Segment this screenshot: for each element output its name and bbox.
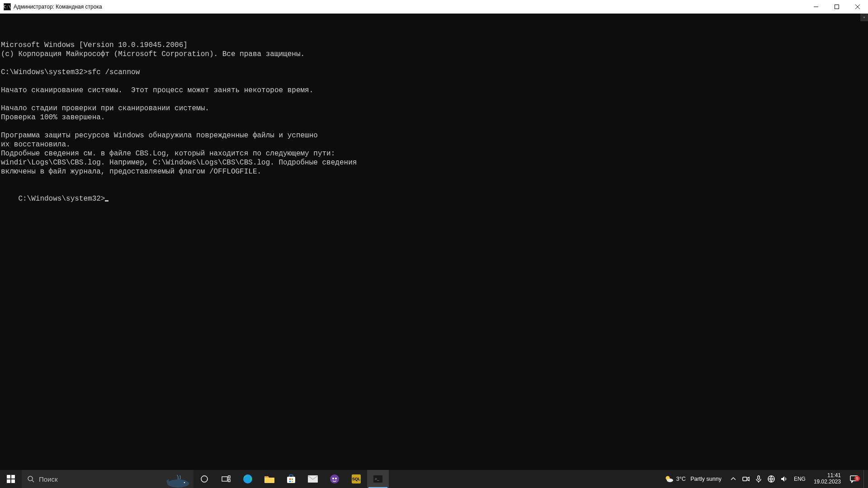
svg-rect-15	[228, 479, 230, 482]
svg-rect-4	[7, 475, 10, 479]
task-view-button[interactable]	[215, 470, 237, 488]
taskbar: Поиск	[0, 470, 868, 488]
tray-clock[interactable]: 11:41 19.02.2023	[810, 473, 844, 485]
mail-icon	[307, 474, 318, 484]
svg-rect-33	[758, 476, 760, 479]
terminal-line	[1, 77, 867, 86]
circle-icon	[199, 474, 210, 484]
tray-meet-now-icon[interactable]	[741, 470, 751, 488]
scrollbar-up-icon[interactable]: ▴	[860, 14, 868, 21]
terminal-output[interactable]: ▴ Microsoft Windows [Version 10.0.19045.…	[0, 14, 868, 474]
tray-language[interactable]: ENG	[791, 476, 808, 482]
svg-point-12	[201, 476, 208, 482]
terminal-line: Программа защиты ресурсов Windows обнару…	[1, 131, 867, 140]
terminal-line	[1, 122, 867, 131]
terminal-line	[1, 95, 867, 104]
svg-point-8	[28, 476, 33, 481]
cmd-window: C:\ Администратор: Командная строка ▴ Mi…	[0, 0, 868, 474]
svg-point-25	[335, 478, 337, 479]
taskbar-app-cmd[interactable]: >_	[367, 470, 389, 488]
weather-temp: 3°C	[676, 476, 686, 482]
svg-point-24	[332, 478, 334, 479]
svg-point-10	[167, 479, 189, 488]
terminal-line: их восстановила.	[1, 140, 867, 149]
cursor	[105, 200, 108, 202]
svg-rect-14	[228, 476, 230, 478]
terminal-line: Проверка 100% завершена.	[1, 113, 867, 122]
svg-rect-1	[835, 5, 839, 9]
svg-point-23	[330, 474, 339, 483]
clock-time: 11:41	[827, 473, 841, 479]
svg-rect-32	[743, 477, 747, 481]
svg-point-31	[667, 479, 673, 482]
tray-overflow-button[interactable]	[728, 470, 739, 488]
taskbar-search[interactable]: Поиск	[22, 470, 193, 488]
terminal-line	[1, 59, 867, 68]
svg-rect-5	[11, 475, 15, 479]
svg-rect-6	[7, 479, 10, 483]
window-title: Администратор: Командная строка	[14, 4, 102, 10]
svg-text:>_: >_	[375, 477, 379, 481]
terminal-line: Начало стадии проверки при сканировании …	[1, 104, 867, 113]
svg-line-9	[32, 480, 34, 482]
copilot-icon	[329, 474, 340, 484]
maximize-button[interactable]	[826, 0, 847, 14]
weather-icon	[665, 474, 674, 483]
terminal-line: Подробные сведения см. в файле CBS.Log, …	[1, 149, 867, 158]
taskbar-app-explorer[interactable]	[259, 470, 280, 488]
taskbar-app-edge[interactable]	[237, 470, 259, 488]
svg-rect-21	[292, 481, 293, 482]
store-icon	[286, 474, 297, 484]
titlebar[interactable]: C:\ Администратор: Командная строка	[0, 0, 868, 14]
system-tray: 3°C Partly sunny ENG 11:41 19.02.2023	[660, 470, 868, 488]
svg-text:SQL: SQL	[352, 477, 361, 481]
svg-rect-22	[308, 475, 318, 483]
svg-rect-18	[289, 479, 291, 480]
folder-icon	[264, 474, 275, 484]
terminal-line: (c) Корпорация Майкрософт (Microsoft Cor…	[1, 50, 867, 59]
terminal-icon: >_	[373, 474, 383, 484]
taskbar-app-sql[interactable]: SQL	[345, 470, 367, 488]
notification-badge: 5	[854, 476, 860, 481]
svg-rect-20	[289, 481, 291, 482]
terminal-line: C:\Windows\system32>sfc /scannow	[1, 68, 867, 77]
minimize-button[interactable]	[806, 0, 826, 14]
svg-rect-7	[11, 479, 15, 483]
search-icon	[27, 475, 34, 483]
terminal-line: windir\Logs\CBS\CBS.log. Например, C:\Wi…	[1, 158, 867, 167]
terminal-line: включены в файл журнала, предоставляемый…	[1, 167, 867, 176]
svg-point-11	[184, 482, 185, 483]
terminal-line	[1, 176, 867, 185]
taskbar-app-copilot[interactable]	[324, 470, 345, 488]
close-button[interactable]	[847, 0, 868, 14]
start-button[interactable]	[0, 470, 22, 488]
cmd-icon: C:\	[4, 3, 11, 10]
edge-icon	[242, 474, 253, 484]
taskbar-app-store[interactable]	[280, 470, 302, 488]
action-center-button[interactable]: 5	[846, 475, 862, 483]
tray-microphone-icon[interactable]	[753, 470, 764, 488]
svg-rect-13	[222, 477, 227, 481]
svg-rect-19	[292, 479, 293, 480]
search-illustration-icon	[165, 472, 192, 488]
tray-volume-icon[interactable]	[778, 470, 789, 488]
cortana-button[interactable]	[193, 470, 215, 488]
taskbar-app-mail[interactable]	[302, 470, 324, 488]
terminal-line: Microsoft Windows [Version 10.0.19045.20…	[1, 41, 867, 50]
tray-network-icon[interactable]	[766, 470, 777, 488]
weather-desc: Partly sunny	[690, 476, 722, 482]
terminal-line: Начато сканирование системы. Этот процес…	[1, 86, 867, 95]
show-desktop-button[interactable]	[863, 470, 866, 488]
svg-rect-17	[287, 477, 295, 483]
clock-date: 19.02.2023	[814, 479, 841, 485]
prompt: C:\Windows\system32>	[18, 195, 105, 203]
search-placeholder: Поиск	[39, 475, 58, 483]
sql-icon: SQL	[351, 474, 362, 484]
task-view-icon	[221, 474, 231, 484]
weather-widget[interactable]: 3°C Partly sunny	[660, 470, 726, 488]
